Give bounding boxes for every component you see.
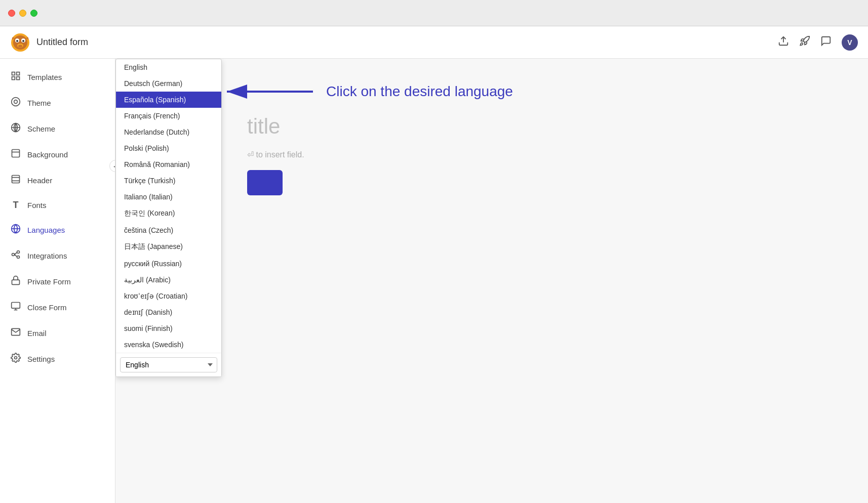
language-option-ru[interactable]: русский (Russian) bbox=[116, 256, 221, 272]
svg-rect-16 bbox=[12, 150, 20, 157]
app-bar: Untitled form V bbox=[0, 26, 868, 59]
svg-rect-12 bbox=[17, 77, 20, 80]
close-form-icon bbox=[10, 301, 21, 314]
svg-rect-9 bbox=[12, 72, 15, 75]
annotation-text: Click on the desired language bbox=[326, 83, 513, 100]
user-avatar[interactable]: V bbox=[842, 34, 858, 51]
form-submit-button[interactable] bbox=[247, 170, 283, 195]
svg-line-26 bbox=[15, 253, 17, 255]
form-insert-hint: ⏎ to insert field. bbox=[247, 150, 304, 159]
svg-rect-18 bbox=[12, 176, 20, 183]
form-content: ⏎ to insert field. bbox=[247, 150, 848, 159]
comment-icon[interactable] bbox=[820, 35, 832, 49]
sidebar-label-fonts: Fonts bbox=[27, 201, 47, 209]
svg-point-13 bbox=[12, 98, 20, 106]
sidebar-item-header[interactable]: Header bbox=[0, 168, 115, 193]
language-option-ko[interactable]: 한국인 (Korean) bbox=[116, 205, 221, 222]
svg-rect-10 bbox=[17, 72, 20, 75]
sidebar-item-fonts[interactable]: T Fonts bbox=[0, 194, 115, 217]
language-option-fi[interactable]: suomi (Finnish) bbox=[116, 320, 221, 337]
sidebar-item-theme[interactable]: Theme bbox=[0, 91, 115, 115]
arrow-icon bbox=[217, 79, 318, 104]
svg-point-24 bbox=[17, 251, 20, 254]
sidebar-label-background: Background bbox=[27, 150, 68, 159]
svg-point-25 bbox=[17, 256, 20, 259]
language-option-nl[interactable]: Nederlandse (Dutch) bbox=[116, 124, 221, 140]
language-option-fr[interactable]: Français (French) bbox=[116, 108, 221, 124]
rocket-icon[interactable] bbox=[799, 35, 810, 49]
svg-point-32 bbox=[15, 357, 17, 359]
sidebar-item-close-form[interactable]: Close Form bbox=[0, 295, 115, 320]
email-icon bbox=[10, 327, 21, 340]
svg-point-7 bbox=[18, 45, 22, 47]
language-option-ar[interactable]: العربية (Arabic) bbox=[116, 272, 221, 288]
svg-rect-28 bbox=[12, 280, 20, 284]
close-button[interactable] bbox=[8, 10, 15, 17]
fonts-icon: T bbox=[10, 200, 21, 211]
content-area: English Deutsch (German) Española (Spani… bbox=[115, 59, 868, 503]
svg-point-14 bbox=[14, 100, 18, 104]
sidebar: ◀ Templates Theme bbox=[0, 59, 115, 503]
svg-line-27 bbox=[15, 255, 17, 257]
scheme-icon bbox=[10, 122, 21, 135]
language-option-cs[interactable]: čeština (Czech) bbox=[116, 222, 221, 238]
form-title[interactable]: Untitled form bbox=[36, 37, 778, 48]
theme-icon bbox=[10, 97, 21, 109]
sidebar-label-email: Email bbox=[27, 329, 47, 338]
language-option-da[interactable]: deɪnɪʃ (Danish) bbox=[116, 304, 221, 320]
sidebar-item-scheme[interactable]: Scheme bbox=[0, 116, 115, 141]
main-layout: ◀ Templates Theme bbox=[0, 59, 868, 503]
minimize-button[interactable] bbox=[19, 10, 26, 17]
header-icon bbox=[10, 174, 21, 187]
sidebar-label-private-form: Private Form bbox=[27, 277, 71, 286]
languages-icon bbox=[10, 224, 21, 236]
language-option-en[interactable]: English bbox=[116, 59, 221, 75]
settings-icon bbox=[10, 353, 21, 365]
sidebar-item-templates[interactable]: Templates bbox=[0, 65, 115, 90]
form-title-placeholder[interactable]: title bbox=[247, 114, 280, 139]
integrations-icon bbox=[10, 249, 21, 262]
svg-rect-29 bbox=[12, 303, 20, 309]
sidebar-label-integrations: Integrations bbox=[27, 252, 67, 260]
sidebar-item-integrations[interactable]: Integrations bbox=[0, 243, 115, 268]
title-bar bbox=[0, 0, 868, 26]
sidebar-item-email[interactable]: Email bbox=[0, 321, 115, 346]
language-option-tr[interactable]: Türkçe (Turkish) bbox=[116, 173, 221, 189]
templates-icon bbox=[10, 71, 21, 83]
language-select[interactable]: English bbox=[120, 357, 217, 372]
sidebar-label-languages: Languages bbox=[27, 226, 65, 234]
sidebar-item-background[interactable]: Background bbox=[0, 142, 115, 167]
sidebar-item-languages[interactable]: Languages bbox=[0, 218, 115, 242]
upload-icon[interactable] bbox=[778, 35, 789, 49]
language-option-sv[interactable]: svenska (Swedish) bbox=[116, 337, 221, 353]
app-logo bbox=[10, 32, 30, 53]
traffic-lights bbox=[8, 10, 37, 17]
sidebar-label-close-form: Close Form bbox=[27, 303, 67, 312]
svg-rect-11 bbox=[12, 77, 15, 80]
language-option-hr[interactable]: kroʊˈeɪʃə (Croatian) bbox=[116, 288, 221, 304]
sidebar-item-private-form[interactable]: Private Form bbox=[0, 269, 115, 294]
language-option-pl[interactable]: Polski (Polish) bbox=[116, 140, 221, 156]
svg-point-23 bbox=[12, 254, 15, 256]
language-option-ja[interactable]: 日本語 (Japanese) bbox=[116, 238, 221, 256]
app-bar-actions: V bbox=[778, 34, 858, 51]
language-option-ro[interactable]: Română (Romanian) bbox=[116, 156, 221, 173]
sidebar-label-templates: Templates bbox=[27, 73, 62, 81]
language-option-de[interactable]: Deutsch (German) bbox=[116, 75, 221, 92]
sidebar-label-settings: Settings bbox=[27, 355, 55, 363]
language-option-es[interactable]: Española (Spanish) bbox=[116, 92, 221, 108]
language-dropdown-list: English Deutsch (German) Española (Spani… bbox=[115, 59, 222, 377]
language-dropdown-container: English Deutsch (German) Española (Spani… bbox=[115, 59, 222, 377]
language-select-wrapper: English bbox=[116, 353, 221, 376]
svg-point-5 bbox=[22, 40, 24, 42]
sidebar-label-scheme: Scheme bbox=[27, 124, 55, 133]
svg-point-4 bbox=[16, 40, 18, 42]
sidebar-label-theme: Theme bbox=[27, 99, 51, 107]
sidebar-label-header: Header bbox=[27, 176, 52, 185]
sidebar-item-settings[interactable]: Settings bbox=[0, 347, 115, 371]
maximize-button[interactable] bbox=[30, 10, 37, 17]
private-form-icon bbox=[10, 275, 21, 288]
annotation-container: Click on the desired language bbox=[217, 79, 513, 104]
background-icon bbox=[10, 148, 21, 161]
language-option-it[interactable]: Italiano (Italian) bbox=[116, 189, 221, 205]
